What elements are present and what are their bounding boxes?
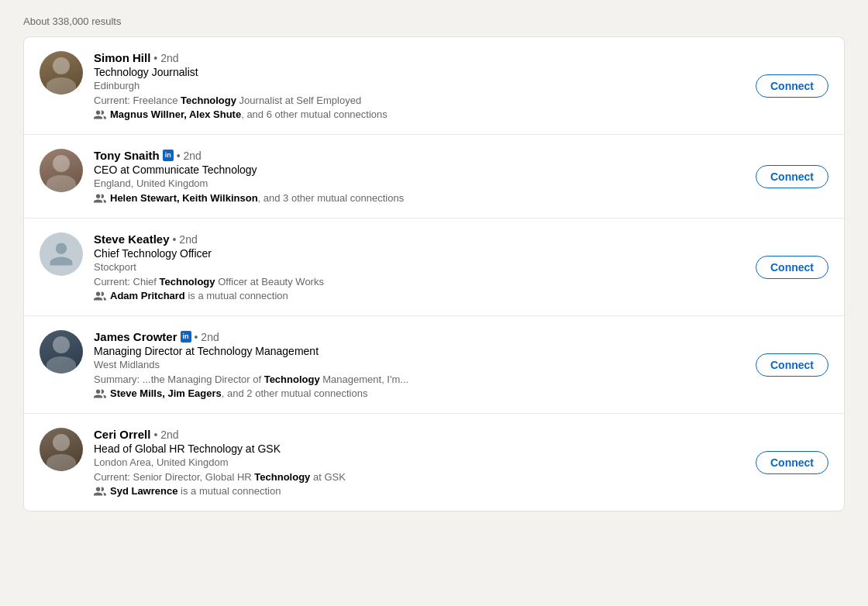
person-name-simon-hill[interactable]: Simon Hill bbox=[94, 51, 150, 64]
location-james-crowter: West Midlands bbox=[94, 359, 828, 370]
result-item-simon-hill: Simon Hill• 2ndTechnology JournalistEdin… bbox=[24, 37, 844, 135]
connect-button-steve-keatley[interactable]: Connect bbox=[756, 256, 828, 279]
connect-button-james-crowter[interactable]: Connect bbox=[756, 353, 828, 377]
mutual-text-steve-keatley: Adam Pritchard is a mutual connection bbox=[110, 290, 288, 301]
info-james-crowter: James Crowterin• 2ndManaging Director at… bbox=[94, 330, 828, 399]
degree-james-crowter: • 2nd bbox=[195, 331, 219, 343]
location-steve-keatley: Stockport bbox=[94, 261, 828, 273]
results-count: About 338,000 results bbox=[23, 15, 845, 27]
connect-button-tony-snaith[interactable]: Connect bbox=[756, 165, 828, 188]
mutual-ceri-orrell: Syd Lawrence is a mutual connection bbox=[94, 485, 828, 497]
info-simon-hill: Simon Hill• 2ndTechnology JournalistEdin… bbox=[94, 51, 828, 120]
mutual-connections-icon bbox=[94, 110, 106, 119]
degree-tony-snaith: • 2nd bbox=[177, 150, 202, 162]
page-wrapper: About 338,000 results Simon Hill• 2ndTec… bbox=[0, 0, 868, 527]
linkedin-badge-tony-snaith: in bbox=[163, 150, 174, 161]
result-item-ceri-orrell: Ceri Orrell• 2ndHead of Global HR Techno… bbox=[24, 414, 844, 511]
mutual-connections-icon bbox=[94, 389, 106, 398]
mutual-james-crowter: Steve Mills, Jim Eagers, and 2 other mut… bbox=[94, 387, 828, 399]
mutual-simon-hill: Magnus Willner, Alex Shute, and 6 other … bbox=[94, 108, 828, 120]
avatar-tony-snaith bbox=[40, 149, 83, 192]
location-simon-hill: Edinburgh bbox=[94, 80, 828, 91]
mutual-connections-icon bbox=[94, 194, 106, 203]
location-tony-snaith: England, United Kingdom bbox=[94, 177, 828, 189]
avatar-steve-keatley bbox=[40, 232, 83, 276]
person-name-steve-keatley[interactable]: Steve Keatley bbox=[94, 232, 170, 246]
person-name-ceri-orrell[interactable]: Ceri Orrell bbox=[94, 428, 150, 441]
title-simon-hill: Technology Journalist bbox=[94, 66, 828, 78]
mutual-text-tony-snaith: Helen Stewart, Keith Wilkinson, and 3 ot… bbox=[110, 192, 404, 204]
mutual-text-james-crowter: Steve Mills, Jim Eagers, and 2 other mut… bbox=[110, 387, 367, 399]
results-card: Simon Hill• 2ndTechnology JournalistEdin… bbox=[23, 36, 845, 511]
title-tony-snaith: CEO at Communicate Technology bbox=[94, 164, 828, 176]
connect-button-simon-hill[interactable]: Connect bbox=[756, 74, 828, 98]
avatar-james-crowter bbox=[40, 330, 83, 374]
result-item-tony-snaith: Tony Snaithin• 2ndCEO at Communicate Tec… bbox=[24, 135, 844, 219]
result-item-steve-keatley: Steve Keatley• 2ndChief Technology Offic… bbox=[24, 219, 844, 316]
name-row-steve-keatley: Steve Keatley• 2nd bbox=[94, 232, 828, 246]
mutual-tony-snaith: Helen Stewart, Keith Wilkinson, and 3 ot… bbox=[94, 192, 828, 204]
result-item-james-crowter: James Crowterin• 2ndManaging Director at… bbox=[24, 316, 844, 414]
title-ceri-orrell: Head of Global HR Technology at GSK bbox=[94, 442, 828, 455]
avatar-simon-hill bbox=[40, 51, 83, 95]
title-steve-keatley: Chief Technology Officer bbox=[94, 247, 828, 260]
linkedin-badge-james-crowter: in bbox=[181, 331, 191, 343]
current-simon-hill: Current: Freelance Technology Journalist… bbox=[94, 95, 828, 106]
avatar-ceri-orrell bbox=[40, 428, 83, 471]
person-name-james-crowter[interactable]: James Crowter bbox=[94, 330, 177, 343]
location-ceri-orrell: London Area, United Kingdom bbox=[94, 456, 828, 468]
name-row-tony-snaith: Tony Snaithin• 2nd bbox=[94, 149, 828, 162]
info-ceri-orrell: Ceri Orrell• 2ndHead of Global HR Techno… bbox=[94, 428, 828, 497]
title-james-crowter: Managing Director at Technology Manageme… bbox=[94, 345, 828, 357]
mutual-text-simon-hill: Magnus Willner, Alex Shute, and 6 other … bbox=[110, 108, 388, 120]
connect-button-ceri-orrell[interactable]: Connect bbox=[756, 451, 828, 474]
name-row-james-crowter: James Crowterin• 2nd bbox=[94, 330, 828, 343]
mutual-connections-icon bbox=[94, 487, 106, 496]
info-steve-keatley: Steve Keatley• 2ndChief Technology Offic… bbox=[94, 232, 828, 301]
current-steve-keatley: Current: Chief Technology Officer at Bea… bbox=[94, 276, 828, 288]
degree-ceri-orrell: • 2nd bbox=[153, 429, 178, 441]
mutual-steve-keatley: Adam Pritchard is a mutual connection bbox=[94, 290, 828, 301]
person-name-tony-snaith[interactable]: Tony Snaith bbox=[94, 149, 160, 162]
name-row-simon-hill: Simon Hill• 2nd bbox=[94, 51, 828, 64]
mutual-connections-icon bbox=[94, 291, 106, 301]
current-ceri-orrell: Current: Senior Director, Global HR Tech… bbox=[94, 471, 828, 483]
info-tony-snaith: Tony Snaithin• 2ndCEO at Communicate Tec… bbox=[94, 149, 828, 204]
degree-steve-keatley: • 2nd bbox=[173, 233, 198, 246]
degree-simon-hill: • 2nd bbox=[153, 52, 178, 64]
name-row-ceri-orrell: Ceri Orrell• 2nd bbox=[94, 428, 828, 441]
current-james-crowter: Summary: ...the Managing Director of Tec… bbox=[94, 374, 828, 385]
mutual-text-ceri-orrell: Syd Lawrence is a mutual connection bbox=[110, 485, 281, 497]
